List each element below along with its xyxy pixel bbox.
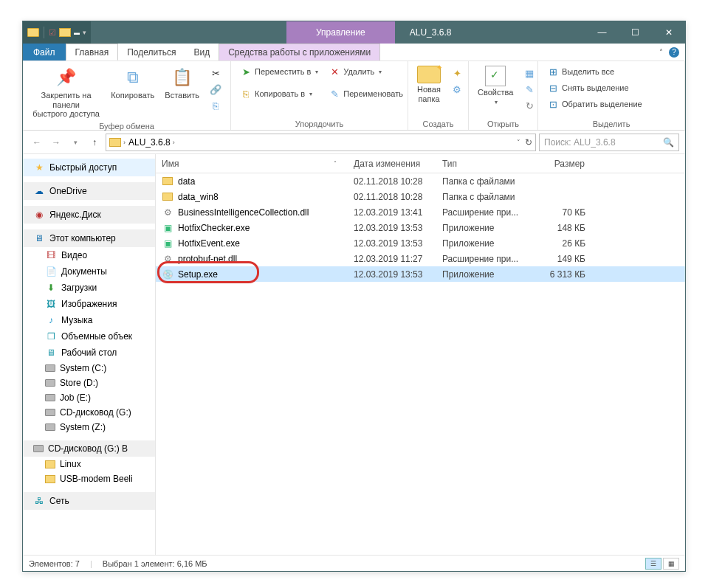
file-name: HotfixEvent.exe [178,238,240,249]
file-row[interactable]: data_win802.11.2018 10:28Папка с файлами [156,189,685,204]
breadcrumb-folder[interactable]: ALU_3.6.8 [128,137,171,148]
refresh-button[interactable]: ↻ [525,137,532,148]
sidebar-yandex-disk[interactable]: ◉Яндекс.Диск [23,206,155,224]
group-label-organize: Упорядочить [237,118,402,128]
help-button[interactable]: ? [669,47,679,58]
sidebar-network[interactable]: 🖧Сеть [23,492,155,510]
file-row[interactable]: ⚙protobuf-net.dll12.03.2019 11:27Расшире… [156,251,685,266]
explorer-window: ☑ ▬ ▾ Управление ALU_3.6.8 — ☐ ✕ Файл Гл… [22,21,686,572]
sidebar-cd-g-expanded[interactable]: CD-дисковод (G:) B [23,440,155,457]
invert-selection-button[interactable]: ⊡Обратить выделение [544,97,645,111]
move-to-button[interactable]: ➤Переместить в▾ [237,64,321,79]
forward-button[interactable]: → [48,134,64,151]
file-row[interactable]: ⚙BusinessIntelligenceCollection.dll12.03… [156,204,685,220]
navigation-pane[interactable]: ★Быстрый доступ ☁OneDrive ◉Яндекс.Диск 🖥… [23,154,156,555]
new-folder-button[interactable]: Новая папка [414,64,444,105]
sidebar-drive-e[interactable]: Job (E:) [23,390,155,405]
column-header-size[interactable]: Размер [532,159,591,169]
exe-icon: ▣ [162,238,173,249]
copy-button[interactable]: ⧉ Копировать [108,64,157,102]
sidebar-quick-access[interactable]: ★Быстрый доступ [23,159,155,176]
sidebar-drive-z[interactable]: System (Z:) [23,420,155,435]
checkbox-icon[interactable]: ☑ [49,28,56,38]
maximize-button[interactable]: ☐ [619,21,652,44]
delete-icon: ✕ [329,66,340,77]
sidebar-pictures[interactable]: 🖼Изображения [23,296,155,312]
file-rows[interactable]: data02.11.2018 10:28Папка с файламиdata_… [156,173,685,555]
copy-path-button[interactable]: 🔗 [207,82,224,97]
easy-access-button[interactable]: ⚙ [448,82,466,97]
column-header-date[interactable]: Дата изменения [348,159,436,169]
file-row[interactable]: 💿Setup.exe12.03.2019 13:53Приложение6 31… [156,266,685,282]
sidebar-drive-d[interactable]: Store (D:) [23,376,155,390]
folder-icon[interactable] [59,28,71,37]
group-label-select: Выделить [544,118,678,128]
icons-view-button[interactable]: ▦ [663,558,679,570]
history-dropdown-icon[interactable]: ˅ [517,139,520,146]
tab-app-tools[interactable]: Средства работы с приложениями [219,44,380,60]
up-button[interactable]: ↑ [86,134,103,151]
edit-button[interactable]: ✎ [520,82,538,97]
column-header-name[interactable]: Имя˄ [156,159,348,169]
sidebar-drive-c[interactable]: System (C:) [23,361,155,376]
status-item-count: Элементов: 7 [29,559,80,568]
file-name: HotfixChecker.exe [178,223,250,233]
cd-icon [33,445,44,452]
recent-locations-button[interactable]: ▾ [67,134,83,151]
address-row: ← → ▾ ↑ › ALU_3.6.8› ˅ ↻ Поиск: ALU_3.6.… [23,131,685,154]
tab-home[interactable]: Главная [66,44,119,60]
drive-icon [45,379,55,387]
delete-button[interactable]: ✕Удалить▾ [326,64,406,79]
copy-to-button[interactable]: ⎘Копировать в▾ [237,86,321,101]
tab-share[interactable]: Поделиться [118,44,185,60]
properties-button[interactable]: Свойства ▾ [475,64,516,107]
paste-button[interactable]: 📋 Вставить [162,64,202,102]
drive-icon [45,423,55,431]
sidebar-downloads[interactable]: ⬇Загрузки [23,280,155,296]
details-view-button[interactable]: ☰ [645,558,661,570]
tab-view[interactable]: Вид [185,44,219,60]
chevron-up-icon[interactable]: ˄ [659,48,663,56]
caret-down-icon: ▾ [309,91,312,97]
sidebar-cd-g[interactable]: CD-дисковод (G:) [23,405,155,420]
group-label-clipboard: Буфер обмена [29,120,224,131]
file-row[interactable]: ▣HotfixEvent.exe12.03.2019 13:53Приложен… [156,235,685,251]
setup-icon: 💿 [162,269,173,280]
sidebar-videos[interactable]: 🎞Видео [23,247,155,263]
pin-to-quick-access-button[interactable]: 📌 Закрепить на панели быстрого доступа [29,64,103,120]
column-header-type[interactable]: Тип [436,159,532,169]
file-row[interactable]: data02.11.2018 10:28Папка с файлами [156,173,685,189]
path-icon: 🔗 [210,83,221,95]
file-name: data [178,176,195,187]
caret-down-icon[interactable]: ▾ [83,29,86,36]
sidebar-usb-modem[interactable]: USB-modem Beeli [23,471,155,486]
deselect-button[interactable]: ⊟Снять выделение [544,80,645,95]
sidebar-3d-objects[interactable]: ❒Объемные объек [23,328,155,345]
minimize-button[interactable]: — [585,21,619,44]
back-button[interactable]: ← [29,134,45,151]
sidebar-this-pc[interactable]: 🖥Этот компьютер [23,229,155,247]
file-menu[interactable]: Файл [23,44,66,60]
close-button[interactable]: ✕ [652,21,685,44]
select-all-button[interactable]: ⊞Выделить все [544,64,645,79]
rename-button[interactable]: ✎Переименовать [326,86,406,101]
history-button[interactable]: ↻ [520,98,538,113]
address-bar[interactable]: › ALU_3.6.8› ˅ ↻ [106,134,536,151]
new-item-button[interactable]: ✦ [448,66,466,80]
sidebar-documents[interactable]: 📄Документы [23,263,155,280]
network-icon: 🖧 [33,495,45,507]
paste-shortcut-button[interactable]: ⎘ [207,98,224,113]
status-bar: Элементов: 7 | Выбран 1 элемент: 6,16 МБ… [23,555,685,571]
cut-button[interactable]: ✂ [207,66,224,80]
file-date: 12.03.2019 13:53 [348,223,436,233]
sidebar-onedrive[interactable]: ☁OneDrive [23,182,155,200]
folder-icon [162,176,173,187]
sidebar-desktop[interactable]: 🖥Рабочий стол [23,345,155,361]
sidebar-music[interactable]: ♪Музыка [23,312,155,328]
open-button[interactable]: ▦ [520,66,538,80]
sidebar-linux[interactable]: Linux [23,457,155,471]
folder-icon [27,28,39,37]
file-row[interactable]: ▣HotfixChecker.exe12.03.2019 13:53Прилож… [156,220,685,235]
search-input[interactable]: Поиск: ALU_3.6.8 🔍 [539,134,679,151]
file-name: Setup.exe [178,269,218,280]
